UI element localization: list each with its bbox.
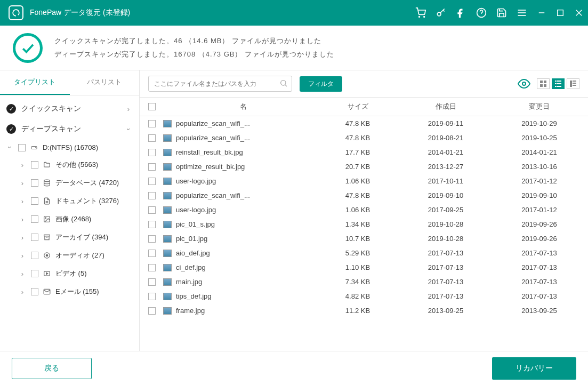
key-icon[interactable] [436,7,446,18]
sidebar-category[interactable]: › ドキュメント (3276) [0,192,139,210]
recover-button[interactable]: リカバリー [492,357,576,380]
sidebar: タイプリスト パスリスト ✓クイックスキャン › ✓ディープスキャン › › D… [0,70,140,351]
file-modified: 2017-01-12 [499,177,579,185]
search-input[interactable] [148,76,292,92]
sidebar-category[interactable]: › その他 (5663) [0,156,139,174]
col-created[interactable]: 作成日 [392,102,499,111]
table-row[interactable]: user-logo.jpg 1.06 KB 2017-10-11 2017-01… [140,174,588,188]
table-row[interactable]: ci_def.jpg 1.10 KB 2017-07-13 2017-07-13 [140,260,588,275]
chevron-right-icon: › [18,288,27,296]
sidebar-category[interactable]: › Eメール (155) [0,283,139,301]
file-name: user-logo.jpg [176,206,216,214]
facebook-icon[interactable] [456,7,466,18]
cart-icon[interactable] [415,7,426,18]
sidebar-drive[interactable]: › D:(NTFS) (16708) [0,139,139,156]
sidebar-quick-scan[interactable]: ✓クイックスキャン › [0,99,139,119]
main-panel: フィルタ 名 サイズ 作成日 変更日 popularize_scan_wifi_… [140,70,588,351]
table-row[interactable]: tips_def.jpg 4.82 KB 2017-07-13 2017-07-… [140,289,588,303]
view-detail-icon[interactable] [567,78,579,89]
preview-icon[interactable] [518,77,530,90]
table-row[interactable]: user-logo.jpg 1.06 KB 2017-09-25 2017-01… [140,203,588,217]
filter-button[interactable]: フィルタ [300,76,342,92]
sidebar-category[interactable]: › オーディオ (27) [0,246,139,264]
file-created: 2014-01-21 [392,148,499,156]
menu-icon[interactable] [517,7,527,18]
checkbox[interactable] [18,144,26,151]
row-checkbox[interactable] [148,293,156,300]
back-button[interactable]: 戻る [12,358,92,379]
svg-point-1 [424,17,425,18]
sidebar-deep-scan[interactable]: ✓ディープスキャン › [0,119,139,139]
row-checkbox[interactable] [148,178,156,185]
row-checkbox[interactable] [148,149,156,156]
deep-scan-summary: ディープスキャンが完了しました。16708 （4.73 GB） ファイルが見つか… [54,48,334,61]
file-name: popularize_scan_wifi_... [176,134,250,142]
minimize-icon[interactable] [537,8,546,18]
checkbox[interactable] [31,179,38,187]
file-size: 10.7 KB [323,235,392,243]
table-row[interactable]: pic_01.jpg 10.7 KB 2019-10-28 2019-09-26 [140,231,588,246]
table-row[interactable]: reinstall_result_bk.jpg 17.7 KB 2014-01-… [140,145,588,159]
view-grid-icon[interactable] [537,78,550,89]
row-checkbox[interactable] [148,206,156,214]
svg-rect-36 [557,83,561,84]
svg-rect-39 [570,81,572,87]
svg-point-12 [36,147,36,148]
svg-rect-31 [540,84,543,87]
table-row[interactable]: frame.jpg 11.2 KB 2013-09-25 2013-09-25 [140,303,588,318]
file-modified: 2019-10-25 [499,134,579,142]
view-list-icon[interactable] [552,78,565,89]
table-row[interactable]: aio_def.jpg 5.29 KB 2017-07-13 2017-07-1… [140,246,588,260]
file-thumbnail-icon [163,192,172,199]
tab-type-list[interactable]: タイプリスト [0,70,70,95]
file-modified: 2017-07-13 [499,263,579,271]
close-icon[interactable] [574,8,584,18]
checkbox[interactable] [31,197,38,205]
checkbox[interactable] [31,288,38,295]
table-row[interactable]: pic_01_s.jpg 1.34 KB 2019-10-28 2019-09-… [140,217,588,231]
checkbox[interactable] [31,234,38,241]
table-row[interactable]: optimize_result_bk.jpg 20.7 KB 2013-12-2… [140,159,588,174]
col-name[interactable]: 名 [163,102,323,111]
table-row[interactable]: main.jpg 7.34 KB 2017-07-13 2017-07-13 [140,275,588,289]
svg-rect-40 [573,81,576,82]
file-name: pic_01.jpg [176,235,207,243]
table-row[interactable]: popularize_scan_wifi_... 47.8 KB 2019-09… [140,188,588,203]
search-icon[interactable] [279,79,288,87]
row-checkbox[interactable] [148,120,156,127]
file-name: pic_01_s.jpg [176,220,215,228]
row-checkbox[interactable] [148,250,156,257]
sidebar-category[interactable]: › データベース (4720) [0,174,139,192]
row-checkbox[interactable] [148,134,156,142]
svg-rect-19 [45,236,49,240]
file-size: 20.7 KB [323,163,392,171]
row-checkbox[interactable] [148,264,156,271]
file-thumbnail-icon [163,250,172,257]
row-checkbox[interactable] [148,192,156,199]
quick-scan-summary: クイックスキャンが完了しました。46 （14.6 MB） ファイルが見つかりまし… [54,35,334,48]
checkbox[interactable] [31,270,38,277]
help-icon[interactable] [476,7,487,18]
file-modified: 2019-09-10 [499,191,579,199]
table-row[interactable]: popularize_scan_wifi_... 47.8 KB 2019-08… [140,131,588,145]
row-checkbox[interactable] [148,221,156,228]
checkbox[interactable] [31,252,38,259]
sidebar-category[interactable]: › アーカイブ (394) [0,228,139,246]
row-checkbox[interactable] [148,278,156,286]
svg-point-26 [281,81,286,85]
checkbox[interactable] [31,215,38,223]
checkbox[interactable] [31,161,38,169]
sidebar-category[interactable]: › 画像 (2468) [0,210,139,228]
row-checkbox[interactable] [148,163,156,171]
col-modified[interactable]: 変更日 [499,102,579,111]
select-all-checkbox[interactable] [148,103,156,110]
col-size[interactable]: サイズ [323,102,392,111]
tab-path-list[interactable]: パスリスト [70,70,140,95]
row-checkbox[interactable] [148,235,156,243]
row-checkbox[interactable] [148,307,156,315]
maximize-icon[interactable] [556,9,565,17]
chevron-right-icon: › [18,252,27,260]
table-row[interactable]: popularize_scan_wifi_... 47.8 KB 2019-09… [140,116,588,131]
sidebar-category[interactable]: › ビデオ (5) [0,264,139,283]
save-icon[interactable] [496,7,507,18]
